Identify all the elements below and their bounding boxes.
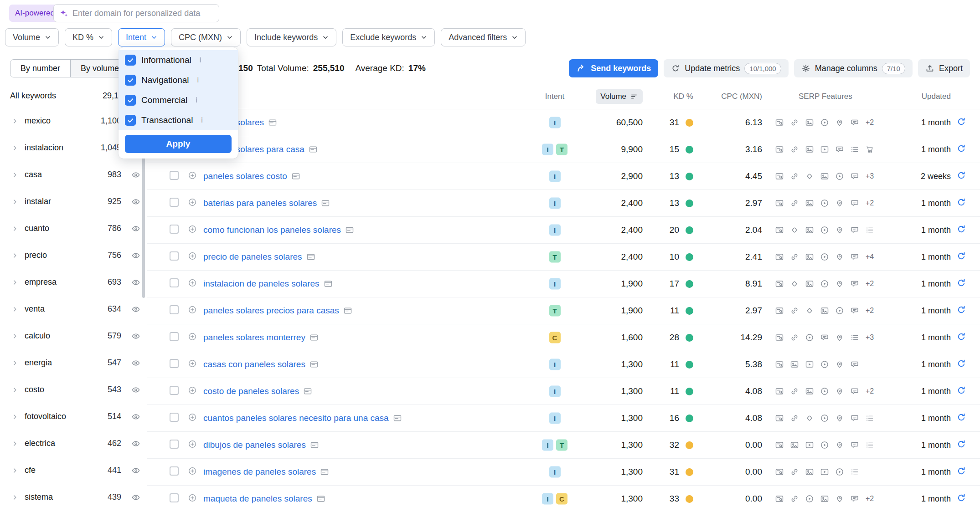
serp-card-icon[interactable] [343,306,352,315]
intent-option-transactional[interactable]: Transactionali [119,110,238,130]
keyword-link[interactable]: imagenes de paneles solares [203,467,316,477]
checkbox-checked-icon[interactable] [125,55,136,66]
filter-advanced-filters[interactable]: Advanced filters [441,28,526,46]
row-checkbox[interactable] [170,278,179,287]
sidebar-group-empresa[interactable]: empresa693 [0,269,147,296]
plus-circle-icon[interactable] [188,251,197,261]
eye-icon[interactable] [131,493,140,502]
row-checkbox[interactable] [170,305,179,314]
checkbox-checked-icon[interactable] [125,95,136,106]
sidebar-group-costo[interactable]: costo543 [0,376,147,403]
plus-circle-icon[interactable] [188,466,197,476]
row-refresh-button[interactable] [956,332,966,343]
update-metrics-button[interactable]: Update metrics 10/1,000 [664,59,788,77]
eye-icon[interactable] [131,251,140,260]
intent-option-navigational[interactable]: Navigationali [119,70,238,90]
row-refresh-button[interactable] [956,143,966,155]
row-refresh-button[interactable] [956,412,966,424]
serp-card-icon[interactable] [309,145,318,154]
eye-icon[interactable] [131,412,140,421]
row-refresh-button[interactable] [956,224,966,236]
sidebar-group-cuanto[interactable]: cuanto786 [0,215,147,242]
manage-columns-button[interactable]: Manage columns 7/10 [794,59,913,77]
domain-input[interactable] [72,9,213,18]
eye-icon[interactable] [131,358,140,368]
serp-card-icon[interactable] [309,360,319,369]
header-updated[interactable]: Updated [876,92,951,101]
eye-icon[interactable] [131,439,140,448]
keyword-link[interactable]: paneles solares monterrey [203,333,305,343]
row-checkbox[interactable] [170,386,179,395]
eye-icon[interactable] [131,170,140,179]
plus-circle-icon[interactable] [188,171,197,180]
plus-circle-icon[interactable] [188,440,197,449]
filter-intent[interactable]: Intent [118,28,165,46]
plus-circle-icon[interactable] [188,386,197,395]
row-refresh-button[interactable] [956,117,966,128]
row-checkbox[interactable] [170,493,179,502]
serp-card-icon[interactable] [321,199,330,208]
keyword-link[interactable]: precio de paneles solares [203,252,302,262]
header-kd[interactable]: KD % [621,92,693,101]
row-refresh-button[interactable] [956,170,966,182]
intent-option-informational[interactable]: Informationali [119,50,238,70]
serp-card-icon[interactable] [306,252,315,261]
serp-card-icon[interactable] [291,172,300,181]
filter-volume[interactable]: Volume [5,28,59,46]
plus-circle-icon[interactable] [188,413,197,422]
row-checkbox[interactable] [170,171,179,180]
serp-card-icon[interactable] [310,440,319,450]
eye-icon[interactable] [131,332,140,341]
sidebar-group-cfe[interactable]: cfe441 [0,457,147,484]
sidebar-group-precio[interactable]: precio756 [0,242,147,269]
keyword-link[interactable]: maqueta de paneles solares [203,494,312,504]
serp-card-icon[interactable] [268,118,277,127]
sidebar-group-calculo[interactable]: calculo579 [0,323,147,349]
row-checkbox[interactable] [170,440,179,449]
apply-button[interactable]: Apply [125,135,232,153]
plus-circle-icon[interactable] [188,332,197,341]
eye-icon[interactable] [131,224,140,233]
eye-icon[interactable] [131,278,140,287]
filter-cpc-mxn[interactable]: CPC (MXN) [171,28,241,46]
filter-kd[interactable]: KD % [65,28,112,46]
filter-exclude-keywords[interactable]: Exclude keywords [342,28,435,46]
send-keywords-button[interactable]: Send keywords [569,59,658,77]
row-refresh-button[interactable] [956,305,966,317]
sidebar-group-instalar[interactable]: instalar925 [0,188,147,215]
serp-card-icon[interactable] [320,467,329,476]
plus-circle-icon[interactable] [188,225,197,234]
serp-card-icon[interactable] [345,225,354,235]
row-checkbox[interactable] [170,413,179,422]
sidebar-group-energia[interactable]: energia547 [0,349,147,376]
plus-circle-icon[interactable] [188,278,197,287]
plus-circle-icon[interactable] [188,359,197,368]
row-refresh-button[interactable] [956,251,966,263]
row-checkbox[interactable] [170,225,179,234]
sidebar-group-sistema[interactable]: sistema439 [0,484,147,511]
serp-card-icon[interactable] [393,414,402,423]
filter-include-keywords[interactable]: Include keywords [247,28,336,46]
row-refresh-button[interactable] [956,385,966,397]
row-refresh-button[interactable] [956,439,966,451]
row-checkbox[interactable] [170,359,179,368]
plus-circle-icon[interactable] [188,493,197,502]
row-checkbox[interactable] [170,198,179,207]
intent-option-commercial[interactable]: Commerciali [119,90,238,110]
serp-card-icon[interactable] [303,387,312,396]
export-button[interactable]: Export [918,59,970,77]
eye-icon[interactable] [131,305,140,314]
plus-circle-icon[interactable] [188,198,197,207]
serp-card-icon[interactable] [316,494,325,503]
sidebar-group-venta[interactable]: venta634 [0,296,147,323]
keyword-link[interactable]: paneles solares precios para casas [203,306,339,316]
row-checkbox[interactable] [170,251,179,261]
eye-icon[interactable] [131,385,140,394]
keyword-link[interactable]: cuantos paneles solares necesito para un… [203,413,389,423]
row-refresh-button[interactable] [956,358,966,370]
toggle-by-number[interactable]: By number [10,60,70,77]
eye-icon[interactable] [131,197,140,206]
checkbox-checked-icon[interactable] [125,75,136,86]
keyword-link[interactable]: baterias para paneles solares [203,198,317,208]
sidebar-group-electrica[interactable]: electrica462 [0,430,147,457]
